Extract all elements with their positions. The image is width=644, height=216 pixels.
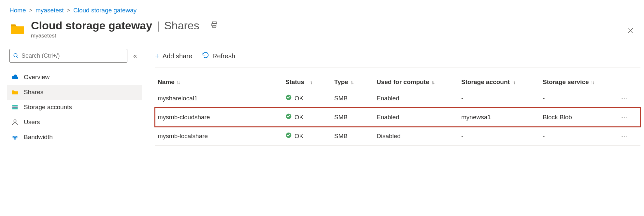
cell-account: - xyxy=(461,95,543,102)
ok-icon xyxy=(285,113,292,121)
svg-rect-9 xyxy=(12,108,18,109)
page-header: Cloud storage gateway | Shares myasetest xyxy=(0,17,644,39)
bandwidth-icon xyxy=(11,134,19,141)
col-header-name[interactable]: Name↑↓ xyxy=(155,79,285,86)
svg-rect-7 xyxy=(12,105,18,107)
svg-rect-2 xyxy=(213,25,216,28)
cell-name[interactable]: mysmb-localshare xyxy=(155,133,285,140)
breadcrumb-resource[interactable]: myasetest xyxy=(36,7,64,14)
col-header-service[interactable]: Storage service↑↓ xyxy=(543,79,614,86)
col-header-compute[interactable]: Used for compute↑↓ xyxy=(377,79,461,86)
table-row[interactable]: mysmb-localshareOKSMBDisabled--··· xyxy=(155,127,640,146)
sidebar-nav: Overview Shares Storage accounts Users B… xyxy=(7,70,142,145)
sidebar-item-users[interactable]: Users xyxy=(7,115,142,130)
cell-name[interactable]: mysharelocal1 xyxy=(155,95,285,102)
svg-rect-8 xyxy=(12,107,18,108)
user-icon xyxy=(11,119,19,126)
breadcrumb: Home > myasetest > Cloud storage gateway xyxy=(0,0,644,17)
page-subtitle: myasetest xyxy=(31,33,218,39)
svg-point-11 xyxy=(15,138,16,139)
cell-service: Block Blob xyxy=(543,114,614,121)
cell-status: OK xyxy=(285,113,334,121)
table-row[interactable]: mysmb-cloudshareOKSMBEnabledmynewsa1Bloc… xyxy=(155,108,640,127)
sidebar-item-label: Bandwidth xyxy=(24,134,53,141)
sidebar-item-label: Overview xyxy=(24,74,50,81)
folder-icon xyxy=(9,21,25,37)
ok-icon xyxy=(285,94,292,102)
row-menu-button[interactable]: ··· xyxy=(614,94,634,103)
cell-status: OK xyxy=(285,132,334,140)
sidebar-item-label: Storage accounts xyxy=(24,104,72,111)
cell-compute: Enabled xyxy=(377,114,461,121)
table-row[interactable]: mysharelocal1OKSMBEnabled--··· xyxy=(155,89,640,108)
svg-point-10 xyxy=(14,120,16,122)
sort-icon: ↑↓ xyxy=(177,79,179,85)
cloud-icon xyxy=(11,74,19,81)
cell-type: SMB xyxy=(334,114,377,121)
table-header: Name↑↓ Status↑↓ Type↑↓ Used for compute↑… xyxy=(155,75,640,89)
add-share-button[interactable]: + Add share xyxy=(155,52,192,60)
svg-point-5 xyxy=(14,53,17,57)
sidebar-item-overview[interactable]: Overview xyxy=(7,70,142,85)
cell-name[interactable]: mysmb-cloudshare xyxy=(155,114,285,121)
cell-type: SMB xyxy=(334,95,377,102)
row-menu-button[interactable]: ··· xyxy=(614,113,634,122)
sidebar-item-bandwidth[interactable]: Bandwidth xyxy=(7,130,142,145)
chevron-right-icon: > xyxy=(29,7,32,13)
shares-table: Name↑↓ Status↑↓ Type↑↓ Used for compute↑… xyxy=(155,75,640,146)
sidebar-item-label: Users xyxy=(24,119,40,126)
sort-icon: ↑↓ xyxy=(591,79,594,85)
search-icon xyxy=(13,53,19,59)
cell-type: SMB xyxy=(334,133,377,140)
sidebar-item-label: Shares xyxy=(24,89,43,96)
title-divider: | xyxy=(157,19,160,32)
refresh-button[interactable]: Refresh xyxy=(202,51,235,61)
svg-line-6 xyxy=(17,56,18,58)
sort-icon: ↑↓ xyxy=(431,79,434,85)
sidebar-item-storage-accounts[interactable]: Storage accounts xyxy=(7,100,142,115)
close-button[interactable] xyxy=(627,26,634,36)
cell-status: OK xyxy=(285,94,334,102)
cell-compute: Enabled xyxy=(377,95,461,102)
sort-icon: ↑↓ xyxy=(309,79,312,85)
cell-compute: Disabled xyxy=(377,133,461,140)
sidebar-item-shares[interactable]: Shares xyxy=(7,85,142,100)
sidebar: « Overview Shares Storage accounts Users xyxy=(0,49,142,146)
breadcrumb-page[interactable]: Cloud storage gateway xyxy=(73,7,136,14)
search-input[interactable] xyxy=(9,49,127,63)
toolbar: + Add share Refresh xyxy=(155,49,640,63)
cell-service: - xyxy=(543,133,614,140)
col-header-account[interactable]: Storage account↑↓ xyxy=(461,79,543,86)
refresh-icon xyxy=(202,51,209,61)
chevron-right-icon: > xyxy=(67,7,70,13)
divider xyxy=(155,67,640,67)
col-header-type[interactable]: Type↑↓ xyxy=(334,79,377,86)
row-menu-button[interactable]: ··· xyxy=(614,132,634,140)
storage-icon xyxy=(11,104,19,111)
main-content: + Add share Refresh Name↑↓ Status↑↓ Type… xyxy=(142,49,644,146)
cell-account: mynewsa1 xyxy=(461,114,543,121)
col-header-status[interactable]: Status↑↓ xyxy=(285,79,334,86)
breadcrumb-home[interactable]: Home xyxy=(9,7,26,14)
toolbar-label: Add share xyxy=(163,52,192,60)
folder-icon xyxy=(11,89,19,96)
plus-icon: + xyxy=(155,52,159,60)
ok-icon xyxy=(285,132,292,140)
collapse-sidebar-button[interactable]: « xyxy=(131,50,139,62)
page-section: Shares xyxy=(164,19,199,32)
sort-icon: ↑↓ xyxy=(350,79,353,85)
cell-service: - xyxy=(543,95,614,102)
toolbar-label: Refresh xyxy=(212,52,235,60)
sort-icon: ↑↓ xyxy=(512,79,515,85)
search-field[interactable] xyxy=(21,52,124,59)
cell-account: - xyxy=(461,133,543,140)
page-title: Cloud storage gateway xyxy=(31,19,152,32)
print-icon[interactable] xyxy=(210,21,218,31)
